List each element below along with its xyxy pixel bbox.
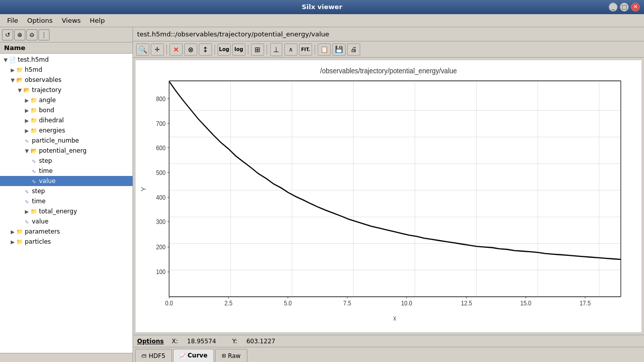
tree-label: parameters [25,228,60,235]
minimize-button[interactable]: _ [609,3,618,12]
tree-node-step-outer[interactable]: ∿ step [0,186,133,196]
tree-node-observables[interactable]: ▼ 📂 observables [0,75,133,85]
menu-views[interactable]: Views [58,16,85,25]
tab-raw[interactable]: ⊞ Raw [215,349,247,362]
options-label: Options [137,338,164,345]
refresh-button[interactable]: ↺ [2,29,13,40]
close-button[interactable]: ✕ [631,3,640,12]
svg-text:0.0: 0.0 [165,300,174,307]
maximize-button[interactable]: □ [620,3,629,12]
tree-node-dihedral[interactable]: ▶ 📁 dihedral [0,115,133,125]
copy-button[interactable]: 📋 [318,43,331,56]
tree-label: bond [39,107,54,114]
expand-icon: ▶ [23,209,30,214]
tree-node-particles[interactable]: ▶ 📁 particles [0,237,133,247]
svg-rect-1 [169,81,621,297]
svg-text:800: 800 [156,95,165,103]
expand-icon: ▶ [9,229,16,235]
app-title: Silx viewer [302,2,342,12]
pan-tool-button[interactable]: ✛ [151,43,164,56]
window-controls: _ □ ✕ [609,3,640,12]
stats-button[interactable]: ⊣ [270,43,282,56]
horizontal-scrollbar[interactable] [0,353,133,362]
file-path: test.h5md::/observables/trajectory/poten… [137,29,329,39]
folder-icon: 📁 [30,208,37,215]
tree-node-energies[interactable]: ▶ 📁 energies [0,125,133,135]
x-axis-label: x [393,314,397,322]
folder-icon: 📁 [16,67,23,73]
reset-zoom-button[interactable]: ✕ [169,43,183,56]
y-autoscale-button[interactable]: ↕ [199,43,212,56]
tree-node-trajectory[interactable]: ▼ 📂 trajectory [0,85,133,95]
folder-open-icon: 📂 [16,77,23,83]
tree-node-potential-energ[interactable]: ▼ 📂 potential_energ [0,146,133,156]
expand-icon: ▶ [23,108,30,113]
add-button[interactable]: ⊕ [14,29,25,40]
tree-node-time-inner[interactable]: ∿ time [0,166,133,176]
tree-node-total-energy[interactable]: ▶ 📁 total_energy [0,206,133,216]
expand-icon: ∿ [23,199,30,204]
tree-node-step-inner[interactable]: ∿ step [0,156,133,166]
tree-node-test-h5md[interactable]: ▼ 📄 test.h5md [0,55,133,65]
svg-text:10.0: 10.0 [401,300,412,307]
expand-icon: ▼ [16,87,23,93]
svg-text:300: 300 [156,218,165,225]
tree-node-value[interactable]: ∿ value [0,176,133,186]
plot-toolbar: 🔍 ✛ ✕ ⊗ ↕ Log log ⊞ ⊣ ∧ FIT. 📋 💾 🖨 [133,41,644,58]
folder-icon: 📁 [30,107,37,114]
autoscale-button[interactable]: ⊗ [184,43,197,56]
expand-icon: ▼ [2,57,9,63]
save-button[interactable]: 💾 [332,43,346,56]
folder-icon: 📁 [30,117,37,124]
tree-label: trajectory [32,86,61,94]
tree-node-h5md[interactable]: ▶ 📁 h5md [0,65,133,75]
tab-curve[interactable]: 📈 Curve [173,349,214,362]
tree-label: step [39,157,52,164]
tree-node-parameters[interactable]: ▶ 📁 parameters [0,227,133,237]
tree-header: Name [0,42,133,54]
toolbar-separator [166,44,167,55]
tree-label: dihedral [39,117,64,124]
log-x-button[interactable]: Log [218,43,231,56]
left-panel: ↺ ⊕ ⊖ ⋮ Name ▼ 📄 test.h5md ▶ 📁 h5md [0,27,133,362]
svg-text:500: 500 [156,169,165,176]
tree-label: observables [25,76,62,83]
svg-text:100: 100 [156,268,165,276]
tree-label: time [39,167,53,174]
tree-label: value [32,218,49,225]
tree-node-particle-numb[interactable]: ∿ particle_numbe [0,135,133,146]
tree-label: particle_numbe [32,137,79,144]
remove-button[interactable]: ⊖ [26,29,37,40]
tree-node-angle[interactable]: ▶ 📁 angle [0,95,133,105]
grid-button[interactable]: ⊞ [251,43,264,56]
log-y-button[interactable]: log [232,43,245,56]
fit-button[interactable]: FIT. [299,43,312,56]
file-tree[interactable]: ▼ 📄 test.h5md ▶ 📁 h5md ▼ 📂 observables [0,54,133,353]
expand-icon: ▶ [23,118,30,123]
peaks-button[interactable]: ∧ [284,43,297,56]
menu-options[interactable]: Options [23,16,57,25]
expand-icon: ∿ [30,178,37,184]
raw-tab-icon: ⊞ [222,353,226,358]
zoom-tool-button[interactable]: 🔍 [136,43,149,56]
menu-help[interactable]: Help [86,16,109,25]
tree-label: potential_energ [39,147,87,154]
print-button[interactable]: 🖨 [347,43,360,56]
tree-node-bond[interactable]: ▶ 📁 bond [0,105,133,115]
menubar: File Options Views Help [0,14,644,27]
expand-icon: ▶ [23,98,30,103]
y-axis-label: Y [140,187,147,192]
x-coord-label: X: [172,338,178,345]
tree-label: particles [25,238,51,245]
status-bar: Options X: 18.95574 Y: 603.1227 [133,335,644,347]
plot-area: /observables/trajectory/potential_energy… [135,60,642,333]
tree-node-time-outer[interactable]: ∿ time [0,196,133,206]
folder-icon: 📁 [30,127,37,134]
more-button[interactable]: ⋮ [38,29,50,40]
tab-hdf5[interactable]: 🗃 HDF5 [135,349,172,362]
menu-file[interactable]: File [3,16,22,25]
left-toolbar: ↺ ⊕ ⊖ ⋮ [0,27,133,42]
svg-text:15.0: 15.0 [521,300,532,307]
svg-text:600: 600 [156,144,165,152]
tree-node-value2[interactable]: ∿ value [0,216,133,227]
